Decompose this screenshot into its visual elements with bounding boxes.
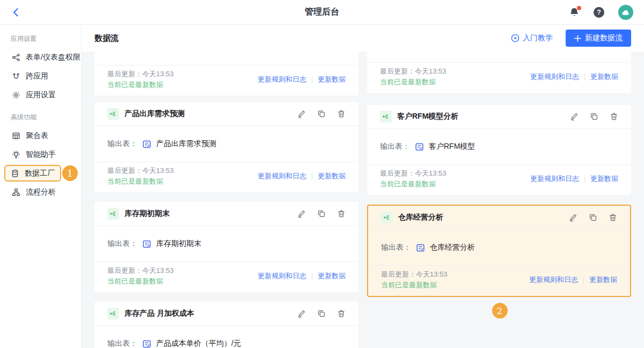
update-data-link[interactable]: 更新数据 [590, 174, 618, 184]
dataflow-card: 客户RFM模型分析 输出表： 客户RFM模型 [367, 105, 631, 195]
dataflow-icon [107, 208, 119, 220]
u-arrows-icon [12, 72, 20, 81]
sidebar-item-label: 流程分析 [26, 187, 56, 197]
last-update-text: 最后更新：今天13:53 [107, 265, 174, 276]
sidebar-item-smart-assistant[interactable]: 智能助手 [0, 145, 81, 164]
page-title: 数据流 [94, 33, 119, 44]
edit-icon[interactable] [570, 112, 579, 121]
update-data-link[interactable]: 更新数据 [318, 171, 346, 181]
duplicate-icon[interactable] [317, 110, 326, 118]
card-title: 库存期初期末 [125, 209, 170, 219]
edit-icon[interactable] [297, 209, 306, 218]
output-table-icon [142, 240, 151, 249]
status-text: 当前已是最新数据 [107, 79, 174, 90]
notification-dot [577, 6, 581, 10]
sidebar-item-label: 表单/仪表盘权限 [26, 53, 80, 62]
sidebar-item-cross-app[interactable]: 跨应用 [0, 67, 81, 85]
last-update-text: 最后更新：今天13:53 [380, 66, 447, 77]
delete-icon[interactable] [337, 110, 346, 118]
output-table-icon [142, 140, 151, 149]
right-column: 最后更新：今天13:53 当前已是最新数据 更新规则和日志 更新数据 [367, 52, 631, 348]
gear-icon [12, 91, 20, 99]
last-update-text: 最后更新：今天13:53 [107, 69, 174, 79]
duplicate-icon[interactable] [317, 309, 326, 318]
tutorial-link[interactable]: 入门教学 [511, 33, 553, 43]
output-table-name: 客户RFM模型 [429, 142, 475, 151]
sidebar-item-aggregate-table[interactable]: 聚合表 [0, 126, 81, 145]
update-rules-link[interactable]: 更新规则和日志 [258, 171, 306, 181]
delete-icon[interactable] [337, 309, 346, 318]
duplicate-icon[interactable] [590, 112, 598, 121]
output-table-name: 产品成本单价（平均）/元 [156, 339, 241, 348]
status-text: 当前已是最新数据 [381, 280, 448, 291]
avatar[interactable] [618, 5, 633, 20]
output-table-label: 输出表： [107, 139, 137, 149]
duplicate-icon[interactable] [589, 213, 597, 222]
update-data-link[interactable]: 更新数据 [590, 72, 618, 82]
delete-icon[interactable] [337, 209, 346, 218]
plus-icon [574, 35, 581, 42]
last-update-text: 最后更新：今天13:53 [107, 165, 174, 176]
link-separator [584, 176, 585, 183]
output-table-name: 产品出库需求预测 [156, 139, 216, 149]
link-separator [312, 273, 312, 280]
dataflow-card-grid: 最后更新：今天13:53 当前已是最新数据 更新规则和日志 更新数据 [82, 52, 644, 348]
sidebar-item-data-factory[interactable]: 数据工厂 1 [0, 164, 81, 183]
delete-icon[interactable] [610, 112, 618, 121]
update-rules-link[interactable]: 更新规则和日志 [530, 72, 579, 82]
share-icon [12, 53, 20, 62]
play-circle-icon [511, 34, 519, 42]
update-rules-link[interactable]: 更新规则和日志 [258, 75, 306, 84]
notifications-bell-icon[interactable] [569, 7, 580, 18]
output-table-name: 库存期初期末 [156, 239, 201, 249]
status-text: 当前已是最新数据 [380, 179, 447, 190]
annotation-badge-1: 1 [62, 165, 78, 181]
sidebar-item-label: 智能助手 [26, 150, 56, 160]
dataflow-card: 产品出库需求预测 输出表： 产品出库需求预测 [94, 102, 358, 192]
sidebar-item-form-dashboard-permissions[interactable]: 表单/仪表盘权限 [0, 48, 81, 67]
sidebar-section-label: 高级功能 [11, 113, 81, 122]
back-icon[interactable] [11, 6, 24, 19]
update-data-link[interactable]: 更新数据 [589, 275, 617, 285]
sidebar-item-label: 应用设置 [26, 90, 56, 100]
edit-icon[interactable] [297, 309, 306, 318]
update-rules-link[interactable]: 更新规则和日志 [258, 271, 306, 281]
update-rules-link[interactable]: 更新规则和日志 [530, 174, 579, 184]
status-text: 当前已是最新数据 [380, 77, 447, 88]
output-table-icon [416, 243, 425, 252]
duplicate-icon[interactable] [317, 209, 326, 218]
dataflow-icon [380, 111, 392, 122]
help-icon[interactable]: ? [594, 7, 604, 18]
dataflow-card: 库存期初期末 输出表： 库存期初期末 [94, 202, 358, 292]
edit-icon[interactable] [569, 213, 577, 222]
new-dataflow-button[interactable]: 新建数据流 [566, 30, 631, 47]
active-item-highlight: 数据工厂 [4, 165, 61, 182]
dataflow-card-highlighted: 仓库经营分析 输出表： 仓库经营分析 [367, 205, 631, 297]
sidebar-item-app-settings[interactable]: 应用设置 [0, 85, 81, 104]
last-update-text: 最后更新：今天13:53 [380, 168, 447, 179]
output-table-icon [415, 142, 424, 151]
annotation-badge-2: 2 [492, 303, 508, 318]
topbar: 管理后台 ? [0, 0, 644, 25]
sidebar-section-label: 应用设置 [11, 34, 81, 44]
link-separator [584, 74, 585, 81]
update-rules-link[interactable]: 更新规则和日志 [529, 275, 578, 285]
flow-chart-icon [12, 188, 20, 197]
edit-icon[interactable] [297, 110, 306, 118]
status-text: 当前已是最新数据 [107, 176, 174, 187]
delete-icon[interactable] [609, 213, 617, 222]
sidebar: 应用设置 表单/仪表盘权限 跨应用 应用设置 高级功能 聚合表 [0, 25, 82, 348]
card-title: 库存产品 月加权成本 [125, 309, 194, 318]
card-title: 客户RFM模型分析 [397, 112, 458, 121]
sidebar-item-process-analysis[interactable]: 流程分析 [0, 183, 81, 201]
update-data-link[interactable]: 更新数据 [318, 75, 346, 84]
update-data-link[interactable]: 更新数据 [318, 271, 346, 281]
dataflow-card-partial: 最后更新：今天13:53 当前已是最新数据 更新规则和日志 更新数据 [94, 52, 358, 96]
app-title: 管理后台 [0, 6, 644, 18]
card-title: 产品出库需求预测 [125, 109, 185, 119]
link-separator [312, 173, 312, 180]
sidebar-item-label: 跨应用 [26, 71, 48, 81]
sidebar-item-label: 聚合表 [26, 131, 48, 141]
left-column: 最后更新：今天13:53 当前已是最新数据 更新规则和日志 更新数据 [94, 52, 358, 348]
dataflow-card: 库存产品 月加权成本 输出表： 产品成本单价（平均）/元 [94, 302, 358, 348]
